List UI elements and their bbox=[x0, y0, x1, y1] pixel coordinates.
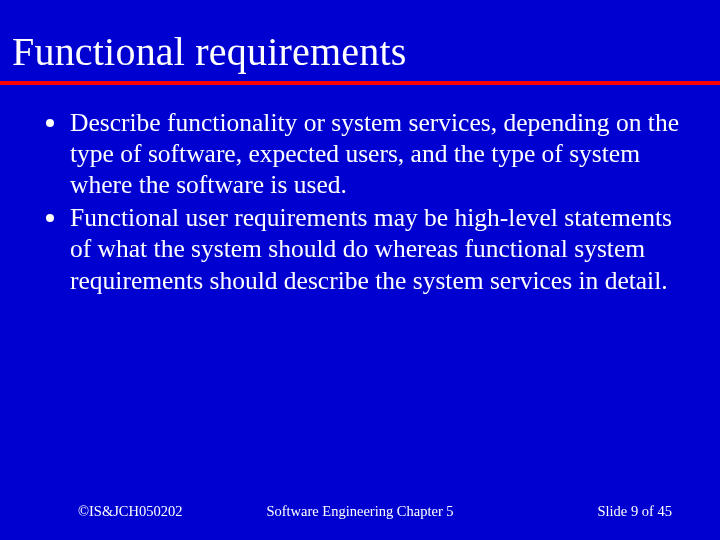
footer-copyright: ©IS&JCH050202 bbox=[78, 503, 182, 520]
footer-chapter: Software Engineering Chapter 5 bbox=[266, 503, 453, 520]
bullet-text: Functional user requirements may be high… bbox=[70, 202, 680, 295]
list-item: Functional user requirements may be high… bbox=[30, 202, 680, 295]
slide-body: Describe functionality or system service… bbox=[0, 85, 720, 296]
bullet-icon bbox=[30, 107, 70, 127]
bullet-text: Describe functionality or system service… bbox=[70, 107, 680, 200]
list-item: Describe functionality or system service… bbox=[30, 107, 680, 200]
slide-title: Functional requirements bbox=[0, 0, 720, 85]
footer-slide-number: Slide 9 of 45 bbox=[597, 503, 672, 520]
bullet-icon bbox=[30, 202, 70, 222]
slide-footer: ©IS&JCH050202 Software Engineering Chapt… bbox=[0, 503, 720, 520]
